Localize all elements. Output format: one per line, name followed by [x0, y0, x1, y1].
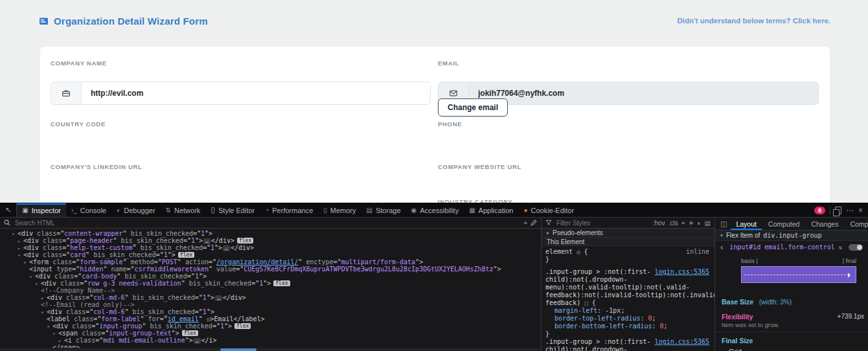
- stylesheet-source-link[interactable]: login.css:5365: [655, 268, 709, 276]
- devtools-tab-cookie-editor[interactable]: ●Cookie-Editor: [518, 203, 579, 217]
- collapsed-ellipsis[interactable]: …: [215, 295, 222, 301]
- chevron-right-icon[interactable]: ▸: [547, 230, 549, 236]
- grid-section-header[interactable]: ▸ Grid: [722, 348, 742, 351]
- markup-line[interactable]: ▾<div class="input-group" bis_skin_check…: [0, 323, 541, 330]
- css-rule-line[interactable]: menu):not(.valid-tooltip):not(.valid-: [545, 284, 711, 291]
- error-count-badge[interactable]: 8: [814, 207, 825, 214]
- markup-line[interactable]: ▸<div class="help-text-custom" bis_skin_…: [0, 244, 541, 251]
- tab-changes[interactable]: Changes: [806, 218, 843, 230]
- close-devtools-icon[interactable]: ×: [858, 207, 863, 214]
- expand-arrow-icon[interactable]: ▾: [41, 309, 47, 316]
- code-text: =": [72, 258, 80, 266]
- markup-line[interactable]: <!--Email (read only)-->: [0, 301, 541, 308]
- dark-mode-icon[interactable]: ◐: [698, 220, 702, 227]
- pick-element-icon[interactable]: ↖: [0, 203, 17, 217]
- filter-styles-input[interactable]: [555, 219, 650, 227]
- selected-item-selector[interactable]: input#id_email.form-control ⇅: [723, 243, 849, 251]
- markup-line[interactable]: ▸<div class="col-md-6" bis_skin_checked=…: [0, 294, 541, 301]
- expand-arrow-icon[interactable]: ▾: [47, 323, 52, 330]
- devtools-tab-network[interactable]: ⇅Network: [161, 203, 206, 217]
- meatball-menu-icon[interactable]: ⋯: [846, 207, 854, 214]
- collapsed-ellipsis[interactable]: …: [203, 238, 211, 244]
- css-rule-line[interactable]: feedback) □ {: [545, 299, 711, 307]
- expand-arrow-icon[interactable]: ▾: [17, 252, 23, 259]
- stylesheet-source-link[interactable]: login.css:5365: [655, 338, 709, 346]
- company-name-input[interactable]: [82, 82, 430, 104]
- light-mode-icon[interactable]: ☀: [689, 220, 694, 227]
- flex-badge[interactable]: flex: [178, 252, 194, 258]
- markup-line[interactable]: ▾<div class="card" bis_skin_checked="1">…: [0, 251, 541, 258]
- css-rule-line[interactable]: .input-group > :not(:first-login.css:536…: [545, 338, 711, 346]
- css-declaration[interactable]: border-bottom-left-radius: 0;: [545, 323, 711, 330]
- help-terms-link[interactable]: Didn't understand below terms? Click her…: [677, 17, 830, 25]
- add-node-icon[interactable]: +: [523, 220, 527, 227]
- code-text: </div>: [231, 244, 254, 251]
- responsive-design-icon[interactable]: [835, 207, 841, 214]
- attribute-value: help-text-custom: [70, 244, 132, 251]
- markup-line[interactable]: ▾<form class="form-sample" method="POST"…: [0, 258, 541, 266]
- devtools-tab-debugger[interactable]: ◐Debugger: [111, 203, 160, 217]
- chevron-down-icon[interactable]: ▾: [720, 232, 723, 238]
- stylesheet-link[interactable]: id_email: [168, 315, 199, 323]
- css-rule-line[interactable]: .input-group > :not(:first-login.css:536…: [545, 268, 711, 276]
- flex-highlighter-toggle[interactable]: [849, 244, 863, 251]
- eyedropper-icon[interactable]: [531, 220, 537, 226]
- devtools-tab-console[interactable]: ›_Console: [66, 203, 111, 217]
- stylesheet-link[interactable]: /organization/detail/: [216, 258, 298, 266]
- css-rule-line[interactable]: child):not(.dropdown-: [545, 276, 711, 284]
- expand-arrow-icon[interactable]: ▾: [35, 280, 41, 288]
- expand-arrow-icon[interactable]: ▾: [52, 330, 58, 337]
- markup-line[interactable]: ▾<div class="col-md-6" bis_skin_checked=…: [0, 308, 541, 315]
- css-rule-line[interactable]: }: [545, 330, 711, 338]
- markup-line[interactable]: <label class="form-label" for="id_email"…: [0, 315, 541, 323]
- collapsed-ellipsis[interactable]: …: [223, 245, 230, 251]
- css-rule-line[interactable]: }: [545, 256, 711, 264]
- css-rule-line[interactable]: element ◎ {inline: [545, 248, 711, 256]
- markup-line[interactable]: ▸<div class="page-header" bis_skin_check…: [0, 237, 541, 244]
- pseudo-hover-toggle[interactable]: :hov: [653, 220, 665, 227]
- devtools-tab-style-editor[interactable]: {}Style Editor: [205, 203, 260, 217]
- flex-item-header[interactable]: ▾ Flex Item of div.input-group: [715, 231, 868, 241]
- scrollbar-thumb[interactable]: [220, 348, 257, 351]
- devtools-tab-application[interactable]: ▦Application: [464, 203, 518, 217]
- flex-badge[interactable]: flex: [273, 280, 290, 286]
- attribute-name: enctype: [306, 258, 334, 266]
- expand-arrow-icon[interactable]: ▾: [29, 273, 35, 280]
- devtools-tab-storage[interactable]: ▤Storage: [361, 203, 406, 217]
- collapsed-ellipsis[interactable]: …: [194, 338, 201, 344]
- css-declaration[interactable]: border-top-left-radius: 0;: [545, 315, 711, 323]
- class-toggle[interactable]: .cls: [668, 220, 678, 227]
- markup-line[interactable]: ▾<span class="input-group-text">flex: [0, 330, 541, 337]
- dock-panes-icon[interactable]: ◫: [718, 218, 729, 230]
- markup-line[interactable]: ▾<div class="card-body" bis_skin_checked…: [0, 273, 541, 280]
- flex-badge[interactable]: flex: [234, 323, 251, 329]
- css-rule-line[interactable]: child):not(.dropdown-: [545, 346, 711, 351]
- tab-layout[interactable]: Layout: [731, 218, 762, 230]
- horizontal-scrollbar[interactable]: [0, 348, 541, 351]
- expand-arrow-icon[interactable]: ▾: [12, 231, 17, 238]
- tab-computed[interactable]: Computed: [763, 218, 805, 230]
- devtools-tab-performance[interactable]: ◔Performance: [260, 203, 318, 217]
- css-declaration[interactable]: margin-left: -1px;: [545, 307, 711, 315]
- devtools-tab-inspector[interactable]: ▣Inspector: [17, 203, 66, 217]
- search-html-input[interactable]: [14, 219, 520, 227]
- flex-badge[interactable]: flex: [182, 330, 198, 336]
- attribute-value: row g-3 needs-validation: [87, 280, 181, 287]
- css-rule-line[interactable]: feedback):not(.invalid-tooltip):not(.inv…: [545, 291, 711, 299]
- markup-line[interactable]: <!--Company Name-->: [0, 287, 541, 294]
- markup-line[interactable]: ▸<i class="mdi mdi-email-outline">…</i>: [0, 337, 541, 344]
- expand-arrow-icon[interactable]: ▾: [23, 259, 29, 266]
- website-label: COMPANY WEBSITE URL: [438, 163, 819, 170]
- markup-line[interactable]: <input type="hidden" name="csrfmiddlewar…: [0, 266, 541, 273]
- pseudo-elements-header[interactable]: ▸ Pseudo-elements: [542, 229, 714, 238]
- change-email-button[interactable]: Change email: [438, 98, 508, 117]
- tab-compatibility[interactable]: Compatibility: [845, 218, 868, 230]
- add-rule-icon[interactable]: +: [681, 220, 685, 227]
- tab-label: Debugger: [124, 207, 155, 214]
- flex-badge[interactable]: flex: [237, 238, 253, 243]
- markup-line[interactable]: ▾<div class="row g-3 needs-validation" b…: [0, 280, 541, 287]
- print-sim-icon[interactable]: ▤: [705, 220, 711, 227]
- devtools-tab-memory[interactable]: ▯Memory: [318, 203, 361, 217]
- markup-line[interactable]: ▾<div class="content-wrapper" bis_skin_c…: [0, 230, 541, 237]
- devtools-tab-accessibility[interactable]: ◉Accessibility: [406, 203, 464, 217]
